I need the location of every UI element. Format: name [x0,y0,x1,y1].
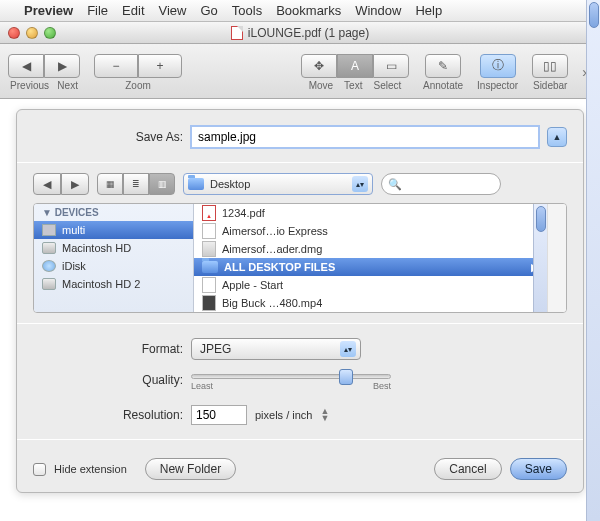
popup-arrows-icon: ▴▾ [340,341,356,357]
folder-icon [202,261,218,273]
browser-sidebar: ▼ DEVICES multi Macintosh HD iDisk Macin… [34,204,194,312]
device-multi[interactable]: multi [34,221,193,239]
folder-icon [188,178,204,190]
menu-go[interactable]: Go [200,3,217,18]
view-list-button[interactable]: ≣ [123,173,149,195]
file-browser: ▼ DEVICES multi Macintosh HD iDisk Macin… [33,203,567,313]
next-button[interactable]: ▶ [44,54,80,78]
tool-move-button[interactable]: ✥ [301,54,337,78]
tb-next-label: Next [57,80,78,91]
quality-max-label: Best [373,381,391,391]
save-dialog: Save As: ▲ ◀ ▶ ▦ ≣ ▥ Desktop ▴▾ 🔍 [16,109,584,493]
search-icon: 🔍 [388,178,402,191]
tool-select-button[interactable]: ▭ [373,54,409,78]
hide-extension-checkbox[interactable] [33,463,46,476]
harddrive-icon [42,242,56,254]
app-menu[interactable]: Preview [24,3,73,18]
hide-extension-label: Hide extension [54,463,127,475]
menu-help[interactable]: Help [415,3,442,18]
filelist-scrollbar[interactable] [533,204,547,312]
quality-min-label: Least [191,381,213,391]
quality-slider[interactable] [191,374,391,379]
file-item[interactable]: 1234.pdf [194,204,547,222]
zoom-out-button[interactable]: − [94,54,138,78]
menu-window[interactable]: Window [355,3,401,18]
sidebar-header-devices: ▼ DEVICES [34,204,193,221]
popup-arrows-icon: ▴▾ [352,176,368,192]
system-menubar: Preview File Edit View Go Tools Bookmark… [0,0,600,22]
display-icon [42,224,56,236]
menu-tools[interactable]: Tools [232,3,262,18]
sidebar-button[interactable]: ▯▯ [532,54,568,78]
file-item[interactable]: Aimersof…ader.dmg [194,240,547,258]
preview-window: iLOUNGE.pdf (1 page) ◀ ▶ Previous Next −… [0,22,600,493]
tb-previous-label: Previous [10,80,49,91]
file-item[interactable]: Big Buck …480.mp4 [194,294,547,312]
menu-bookmarks[interactable]: Bookmarks [276,3,341,18]
cancel-button[interactable]: Cancel [434,458,501,480]
file-list-column: 1234.pdf Aimersof…io Express Aimersof…ad… [194,204,548,312]
tb-inspector-label: Inspector [477,80,518,91]
new-folder-button[interactable]: New Folder [145,458,236,480]
harddrive-icon [42,278,56,290]
device-idisk[interactable]: iDisk [34,257,193,275]
format-label: Format: [33,342,183,356]
file-item[interactable]: Aimersof…io Express [194,222,547,240]
zoom-in-button[interactable]: + [138,54,182,78]
location-value: Desktop [210,178,250,190]
annotate-button[interactable]: ✎ [425,54,461,78]
resolution-label: Resolution: [33,408,183,422]
quality-label: Quality: [33,373,183,387]
menu-view[interactable]: View [159,3,187,18]
tb-sidebar-label: Sidebar [533,80,567,91]
device-macintosh-hd-2[interactable]: Macintosh HD 2 [34,275,193,293]
tb-annotate-label: Annotate [423,80,463,91]
nav-back-button[interactable]: ◀ [33,173,61,195]
window-title: iLOUNGE.pdf (1 page) [248,26,369,40]
device-macintosh-hd[interactable]: Macintosh HD [34,239,193,257]
collapse-browser-button[interactable]: ▲ [547,127,567,147]
preview-toolbar: ◀ ▶ Previous Next − + Zoom ✥ A ▭ Move Te… [0,44,600,99]
file-item[interactable]: Apple - Start [194,276,547,294]
previous-button[interactable]: ◀ [8,54,44,78]
resolution-stepper[interactable]: ▲▼ [320,408,329,422]
file-item-selected[interactable]: ALL DESKTOP FILES▶ [194,258,547,276]
tb-move-label: Move [309,80,333,91]
filename-input[interactable] [191,126,539,148]
view-icons-button[interactable]: ▦ [97,173,123,195]
view-columns-button[interactable]: ▥ [149,173,175,195]
resolution-input[interactable] [191,405,247,425]
window-titlebar: iLOUNGE.pdf (1 page) [0,22,600,44]
menu-edit[interactable]: Edit [122,3,144,18]
document-icon [202,223,216,239]
resolution-units-label: pixels / inch [255,409,312,421]
format-popup[interactable]: JPEG ▴▾ [191,338,361,360]
location-popup[interactable]: Desktop ▴▾ [183,173,373,195]
search-field[interactable]: 🔍 [381,173,501,195]
document-proxy-icon[interactable] [231,26,243,40]
inspector-button[interactable]: ⓘ [480,54,516,78]
save-as-label: Save As: [33,130,183,144]
tb-text-label: Text [344,80,362,91]
quality-slider-thumb[interactable] [339,369,353,385]
save-button[interactable]: Save [510,458,567,480]
idisk-icon [42,260,56,272]
tool-text-button[interactable]: A [337,54,373,78]
document-icon [202,277,216,293]
empty-column [548,204,566,312]
menu-file[interactable]: File [87,3,108,18]
pdf-file-icon [202,205,216,221]
tb-zoom-label: Zoom [125,80,151,91]
nav-forward-button[interactable]: ▶ [61,173,89,195]
tb-select-label: Select [374,80,402,91]
format-value: JPEG [200,342,231,356]
dmg-file-icon [202,241,216,257]
video-file-icon [202,295,216,311]
